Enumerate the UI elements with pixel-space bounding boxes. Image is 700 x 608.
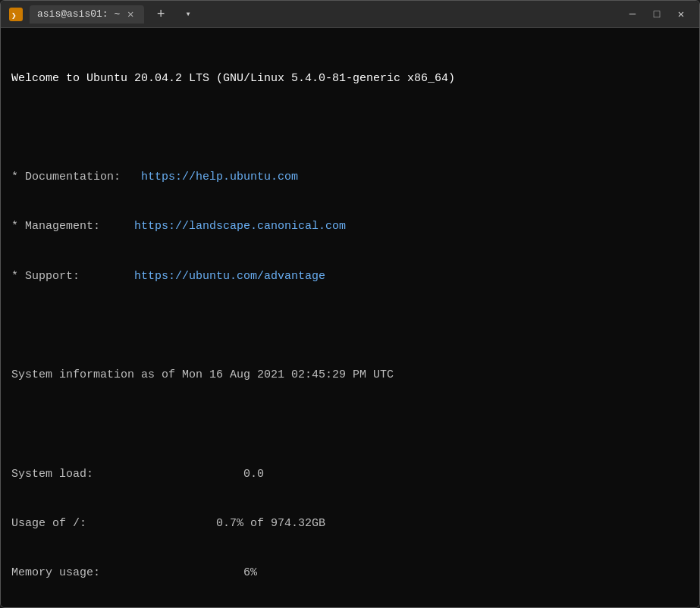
memory-line: Memory usage: 6%	[11, 565, 689, 581]
app-icon: ❯	[8, 7, 24, 22]
titlebar: ❯ asis@asis01: ~ ✕ + ▾ ─ □ ✕	[1, 1, 699, 28]
welcome-line: Welcome to Ubuntu 20.04.2 LTS (GNU/Linux…	[11, 71, 689, 87]
close-button[interactable]: ✕	[670, 4, 692, 25]
maximize-button[interactable]: □	[646, 4, 667, 25]
doc-spacer	[121, 171, 141, 183]
blank-line-2	[11, 318, 689, 334]
memory-value: 6%	[243, 566, 257, 579]
minimize-button[interactable]: ─	[622, 4, 643, 25]
blank-line-3	[11, 416, 689, 433]
blank-line-1	[11, 120, 689, 136]
usage-value: 0.7% of 974.32GB	[216, 517, 325, 530]
usage-label: Usage of /:	[11, 517, 216, 530]
doc-url: https://help.ubuntu.com	[141, 171, 298, 183]
sysload-value: 0.0	[243, 468, 264, 481]
new-tab-button[interactable]: +	[150, 4, 171, 25]
support-spacer	[80, 270, 134, 283]
active-tab[interactable]: asis@asis01: ~ ✕	[30, 5, 144, 24]
mgmt-label: * Management:	[11, 220, 100, 233]
sysinfo-line: System information as of Mon 16 Aug 2021…	[11, 367, 689, 384]
mgmt-spacer	[100, 220, 134, 233]
doc-label: * Documentation:	[11, 171, 121, 183]
usage-line: Usage of /: 0.7% of 974.32GB	[11, 516, 689, 532]
support-line: * Support: https://ubuntu.com/advantage	[11, 268, 689, 285]
doc-line: * Documentation: https://help.ubuntu.com	[11, 169, 689, 186]
sysload-line: System load: 0.0	[11, 466, 689, 483]
sysload-label: System load:	[11, 468, 243, 481]
terminal-output[interactable]: Welcome to Ubuntu 20.04.2 LTS (GNU/Linux…	[1, 28, 699, 607]
mgmt-url: https://landscape.canonical.com	[134, 220, 346, 233]
mgmt-line: * Management: https://landscape.canonica…	[11, 218, 689, 235]
support-url: https://ubuntu.com/advantage	[134, 270, 325, 283]
support-label: * Support:	[11, 270, 80, 283]
svg-text:❯: ❯	[11, 11, 17, 20]
tab-dropdown-button[interactable]: ▾	[177, 4, 199, 25]
tab-close-button[interactable]: ✕	[124, 8, 137, 20]
window-controls: ─ □ ✕	[622, 4, 692, 25]
tab-title: asis@asis01: ~	[37, 8, 120, 20]
memory-label: Memory usage:	[11, 566, 243, 579]
terminal-window: ❯ asis@asis01: ~ ✕ + ▾ ─ □ ✕ Welcome to …	[0, 0, 700, 608]
